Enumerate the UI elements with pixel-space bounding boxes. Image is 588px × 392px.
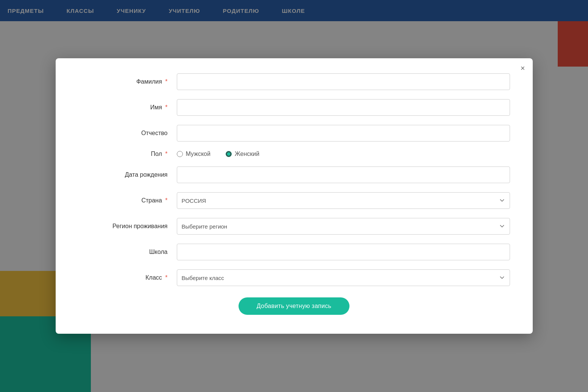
close-button[interactable]: ×: [521, 64, 525, 72]
gender-male-radio[interactable]: [177, 151, 183, 157]
required-star: *: [164, 78, 168, 85]
middle-name-row: Отчество: [78, 125, 510, 142]
country-select[interactable]: РОССИЯ: [177, 192, 510, 209]
country-row: Страна * РОССИЯ: [78, 192, 510, 209]
gender-label: Пол *: [78, 151, 177, 157]
required-star-gender: *: [164, 151, 168, 157]
required-star-first: *: [164, 104, 168, 110]
school-input[interactable]: [177, 244, 510, 260]
gender-female-label[interactable]: Женский: [226, 151, 259, 157]
required-star-country: *: [164, 197, 168, 204]
grade-row: Класс * Выберите класс: [78, 269, 510, 286]
submit-button[interactable]: Добавить учетную запись: [239, 297, 350, 315]
region-row: Регион проживания Выберите регион: [78, 218, 510, 235]
gender-male-label[interactable]: Мужской: [177, 151, 211, 157]
first-name-input[interactable]: [177, 99, 510, 116]
grade-label: Класс *: [78, 274, 177, 281]
modal-overlay: × Фамилия * Имя * Отчество Пол *: [0, 0, 588, 392]
birthdate-row: Дата рождения: [78, 166, 510, 183]
school-row: Школа: [78, 244, 510, 260]
last-name-row: Фамилия *: [78, 73, 510, 90]
gender-radio-group: Мужской Женский: [177, 151, 510, 157]
gender-male-text: Мужской: [186, 151, 211, 157]
birthdate-input[interactable]: [177, 166, 510, 183]
last-name-input[interactable]: [177, 73, 510, 90]
middle-name-label: Отчество: [78, 130, 177, 137]
birthdate-label: Дата рождения: [78, 171, 177, 178]
school-label: Школа: [78, 249, 177, 255]
gender-row: Пол * Мужской Женский: [78, 151, 510, 157]
submit-row: Добавить учетную запись: [78, 297, 510, 315]
first-name-label: Имя *: [78, 104, 177, 111]
last-name-label: Фамилия *: [78, 78, 177, 85]
required-star-grade: *: [164, 274, 168, 281]
region-label: Регион проживания: [78, 223, 177, 230]
grade-select[interactable]: Выберите класс: [177, 269, 510, 286]
first-name-row: Имя *: [78, 99, 510, 116]
middle-name-input[interactable]: [177, 125, 510, 142]
region-select[interactable]: Выберите регион: [177, 218, 510, 235]
gender-female-radio[interactable]: [226, 151, 232, 157]
gender-female-text: Женский: [235, 151, 259, 157]
registration-modal: × Фамилия * Имя * Отчество Пол *: [56, 58, 533, 334]
country-label: Страна *: [78, 197, 177, 204]
